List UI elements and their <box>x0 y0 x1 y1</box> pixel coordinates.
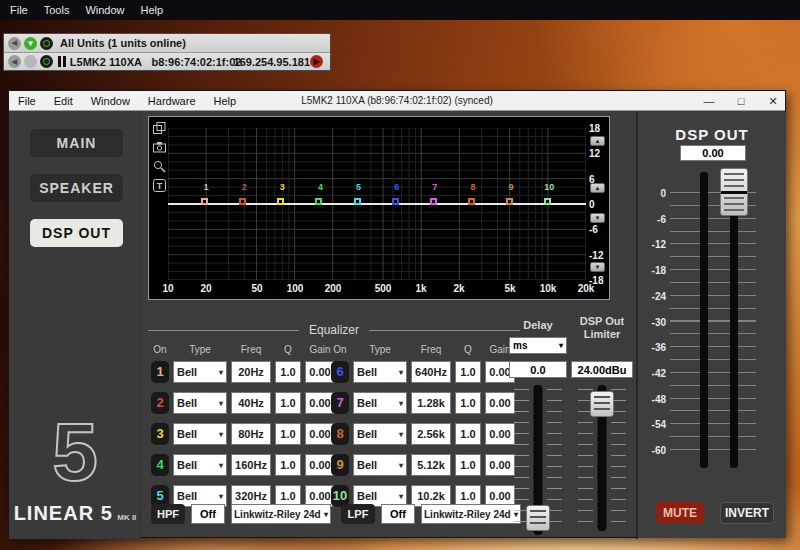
eq-band-on-button[interactable]: 1 <box>151 361 169 383</box>
sidebar-item-speaker[interactable]: SPEAKER <box>30 174 123 202</box>
eq-band-on-button[interactable]: 9 <box>331 454 349 476</box>
eq-band-on-button[interactable]: 3 <box>151 423 169 445</box>
eq-freq-input[interactable] <box>411 361 451 383</box>
eq-band-marker[interactable] <box>506 198 513 205</box>
eq-band-marker[interactable] <box>392 198 399 205</box>
eq-freq-input[interactable] <box>231 454 271 476</box>
desktop-menu-window[interactable]: Window <box>85 4 124 16</box>
maximize-button[interactable]: □ <box>735 95 747 107</box>
open-unit-icon[interactable]: ▶ <box>310 55 323 68</box>
menu-help[interactable]: Help <box>205 95 246 107</box>
text-tool-icon[interactable]: T <box>152 178 167 193</box>
eq-freq-input[interactable] <box>231 361 271 383</box>
menu-window[interactable]: Window <box>82 95 139 107</box>
sidebar-item-dsp-out[interactable]: DSP OUT <box>30 219 123 247</box>
eq-type-select[interactable]: Bell▾ <box>353 392 407 414</box>
eq-band-marker[interactable] <box>315 198 322 205</box>
menu-file[interactable]: File <box>9 95 45 107</box>
eq-band-on-button[interactable]: 8 <box>331 423 349 445</box>
eq-header-type: Type <box>353 344 407 355</box>
eq-freq-input[interactable] <box>231 423 271 445</box>
menu-edit[interactable]: Edit <box>45 95 82 107</box>
eq-type-select[interactable]: Bell▾ <box>173 361 227 383</box>
hpf-label: HPF <box>151 504 185 524</box>
camera-icon[interactable] <box>152 140 167 155</box>
eq-q-input[interactable] <box>275 392 301 414</box>
eq-band-marker[interactable] <box>277 198 284 205</box>
menu-hardware[interactable]: Hardware <box>139 95 205 107</box>
delay-slider-handle[interactable] <box>526 505 550 531</box>
eq-freq-input[interactable] <box>231 392 271 414</box>
scale-label: -6 <box>638 214 666 225</box>
eq-q-input[interactable] <box>275 361 301 383</box>
eq-type-value: Bell <box>357 490 377 502</box>
limiter-slider <box>574 385 630 531</box>
eq-band-on-button[interactable]: 2 <box>151 392 169 414</box>
eq-band-row: 1 Bell▾ <box>151 361 335 383</box>
scale-zoom-out-button[interactable]: ▼ <box>590 213 605 223</box>
copy-view-icon[interactable] <box>152 121 167 136</box>
eq-type-select[interactable]: Bell▾ <box>353 454 407 476</box>
scale-zoom-in-button[interactable]: ▲ <box>590 183 605 193</box>
chevron-down-icon: ▾ <box>219 461 223 470</box>
x-tick: 2k <box>453 283 464 294</box>
eq-type-select[interactable]: Bell▾ <box>353 361 407 383</box>
limiter-value-input[interactable] <box>571 361 633 378</box>
gain-fader-track[interactable] <box>730 172 738 468</box>
delay-unit-select[interactable]: ms ▾ <box>509 337 567 354</box>
eq-freq-input[interactable] <box>411 392 451 414</box>
scale-down-button[interactable]: ▼ <box>590 262 605 272</box>
eq-graph-panel: T <box>148 116 610 300</box>
eq-q-input[interactable] <box>455 361 481 383</box>
eq-band-marker[interactable] <box>544 198 551 205</box>
close-button[interactable]: ✕ <box>767 95 779 108</box>
lpf-state-input[interactable] <box>381 504 415 524</box>
eq-type-select[interactable]: Bell▾ <box>353 423 407 445</box>
eq-freq-input[interactable] <box>411 423 451 445</box>
eq-q-input[interactable] <box>455 392 481 414</box>
invert-button[interactable]: INVERT <box>720 502 774 524</box>
dsp-out-gain-input[interactable] <box>680 145 746 161</box>
limiter-slider-handle[interactable] <box>590 391 614 417</box>
eq-band-on-button[interactable]: 6 <box>331 361 349 383</box>
mute-button[interactable]: MUTE <box>656 502 704 524</box>
eq-q-input[interactable] <box>455 454 481 476</box>
unit-mac: b8:96:74:02:1f:02 <box>152 56 234 68</box>
desktop-menu-tools[interactable]: Tools <box>44 4 70 16</box>
eq-type-select[interactable]: Bell▾ <box>173 454 227 476</box>
scale-label: -24 <box>638 291 666 302</box>
eq-band-marker[interactable] <box>354 198 361 205</box>
eq-band-marker[interactable] <box>239 198 246 205</box>
hpf-filter-select[interactable]: Linkwitz-Riley 24d ▾ <box>231 504 331 524</box>
eq-header-on: On <box>331 344 349 355</box>
zoom-icon[interactable] <box>152 159 167 174</box>
expand-icon[interactable]: ▼ <box>24 37 37 50</box>
scale-up-button[interactable]: ▲ <box>590 136 605 146</box>
unit-row[interactable]: ◀ L5MK2 110XA b8:96:74:02:1f:02 169.254.… <box>4 52 330 70</box>
gain-fader-handle[interactable] <box>720 168 748 216</box>
back-icon[interactable]: ◀ <box>8 55 21 68</box>
eq-band-marker[interactable] <box>468 198 475 205</box>
eq-plot-area[interactable]: 1 2 3 4 5 6 7 8 9 10 <box>168 128 586 280</box>
eq-q-input[interactable] <box>455 423 481 445</box>
eq-q-input[interactable] <box>275 454 301 476</box>
eq-band-on-button[interactable]: 7 <box>331 392 349 414</box>
desktop-menu-help[interactable]: Help <box>141 4 164 16</box>
hpf-state-input[interactable] <box>191 504 225 524</box>
pause-icon[interactable] <box>58 56 66 67</box>
delay-value-input[interactable] <box>509 361 567 378</box>
all-units-row[interactable]: ◀ ▼ All Units (1 units online) <box>4 34 330 52</box>
minimize-button[interactable]: — <box>703 95 715 107</box>
eq-freq-input[interactable] <box>411 454 451 476</box>
eq-q-input[interactable] <box>275 423 301 445</box>
eq-band-on-button[interactable]: 4 <box>151 454 169 476</box>
back-icon[interactable]: ◀ <box>8 37 21 50</box>
eq-band-marker[interactable] <box>430 198 437 205</box>
lpf-filter-select[interactable]: Linkwitz-Riley 24d ▾ <box>421 504 521 524</box>
sidebar-item-main[interactable]: MAIN <box>30 129 123 157</box>
device-list: ◀ ▼ All Units (1 units online) ◀ L5MK2 1… <box>3 33 331 71</box>
desktop-menu-file[interactable]: File <box>10 4 28 16</box>
eq-type-select[interactable]: Bell▾ <box>173 423 227 445</box>
eq-type-select[interactable]: Bell▾ <box>173 392 227 414</box>
eq-band-marker[interactable] <box>201 198 208 205</box>
